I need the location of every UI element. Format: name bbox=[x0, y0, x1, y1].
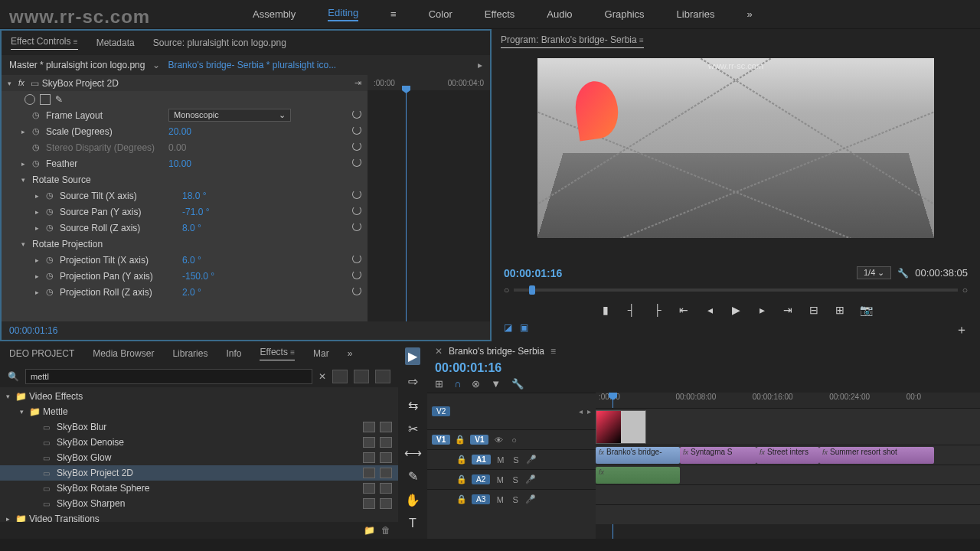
tab-info[interactable]: Info bbox=[226, 348, 241, 359]
ws-overflow-icon[interactable]: » bbox=[746, 8, 752, 20]
type-tool-icon[interactable]: T bbox=[409, 517, 416, 530]
tab-program[interactable]: Program: Branko's bridge- Serbia ≡ bbox=[501, 34, 644, 48]
mute-icon[interactable]: M bbox=[495, 455, 506, 465]
scrub-start-icon[interactable]: ○ bbox=[504, 285, 509, 295]
timeline-tracks-area[interactable]: :00:00 00:00:08:00 00:00:16:00 00:00:24:… bbox=[596, 393, 980, 539]
program-scrub-bar[interactable]: ○ ○ bbox=[492, 282, 980, 298]
lift-icon[interactable]: ⊟ bbox=[808, 304, 820, 316]
video-clip[interactable]: fxStreet inters bbox=[756, 447, 819, 464]
solo-icon[interactable]: S bbox=[510, 475, 521, 484]
rect-mask-icon[interactable] bbox=[40, 94, 51, 105]
zoom-dropdown[interactable]: 1/4 ⌄ bbox=[857, 266, 891, 279]
ws-assembly[interactable]: Assembly bbox=[253, 8, 296, 20]
twisty-icon[interactable]: ▸ bbox=[21, 128, 32, 135]
track-a1[interactable]: fx bbox=[596, 465, 980, 484]
tab-libraries[interactable]: Libraries bbox=[172, 348, 207, 359]
trash-icon[interactable]: 🗑 bbox=[381, 525, 390, 536]
selection-tool-icon[interactable]: ▶ bbox=[405, 347, 420, 365]
program-video-frame[interactable]: www.rr-sc.com bbox=[537, 58, 934, 238]
voiceover-icon[interactable]: 🎤 bbox=[526, 455, 537, 465]
seq-menu-icon[interactable]: ≡ bbox=[550, 346, 556, 357]
linked-selection-icon[interactable]: ⊗ bbox=[472, 378, 480, 390]
pen-tool-icon[interactable]: ✎ bbox=[408, 469, 418, 484]
tree-row[interactable]: ▭SkyBox Rotate Sphere bbox=[0, 481, 398, 496]
tab-project[interactable]: DEO PROJECT bbox=[9, 348, 74, 359]
tree-row[interactable]: ▾📁Video Effects bbox=[0, 389, 398, 404]
safe-margins-icon[interactable]: ▣ bbox=[520, 322, 528, 338]
effect-timeline[interactable]: :00:00 00:00:04:0 bbox=[368, 75, 490, 321]
tree-row[interactable]: ▭SkyBox Blur bbox=[0, 419, 398, 435]
tab-menu-icon[interactable]: ≡ bbox=[74, 37, 78, 46]
lock-icon[interactable]: 🔒 bbox=[456, 494, 467, 504]
wrench-icon[interactable]: 🔧 bbox=[897, 268, 909, 279]
program-viewer[interactable]: www.rr-sc.com bbox=[492, 54, 980, 263]
twisty-icon[interactable]: ▾ bbox=[21, 240, 32, 248]
twisty-icon[interactable]: ▾ bbox=[6, 393, 15, 400]
step-back-icon[interactable]: ◂ bbox=[704, 304, 716, 316]
prop-value[interactable]: 0.00 bbox=[168, 142, 186, 153]
stopwatch-icon[interactable]: ◷ bbox=[46, 191, 57, 201]
video-clip[interactable]: fxSyntagma S bbox=[680, 447, 756, 464]
effect-time-display[interactable]: 00:00:01:16 bbox=[9, 325, 57, 336]
settings-icon[interactable]: 🔧 bbox=[511, 378, 524, 390]
ws-editing[interactable]: Editing bbox=[328, 7, 358, 21]
lock-icon[interactable]: 🔒 bbox=[455, 435, 466, 445]
go-in-icon[interactable]: ⇤ bbox=[678, 304, 690, 316]
stopwatch-icon[interactable]: ◷ bbox=[32, 126, 43, 136]
voiceover-icon[interactable]: 🎤 bbox=[525, 494, 536, 504]
twisty-icon[interactable]: ▾ bbox=[21, 176, 32, 184]
track-v2[interactable] bbox=[596, 408, 980, 445]
track-header-v1[interactable]: V1 🔒 V1 👁 ○ bbox=[427, 429, 596, 449]
prop-value[interactable]: 8.0 ° bbox=[182, 223, 201, 233]
ws-audio[interactable]: Audio bbox=[547, 8, 572, 20]
snap-icon[interactable]: ∩ bbox=[454, 378, 461, 390]
tree-row[interactable]: ▸📁Video Transitions bbox=[0, 511, 398, 522]
reset-icon[interactable] bbox=[352, 206, 361, 217]
hand-tool-icon[interactable]: ✋ bbox=[405, 493, 420, 507]
stopwatch-icon[interactable]: ◷ bbox=[46, 287, 57, 297]
audio-target-tag[interactable]: A3 bbox=[472, 494, 490, 504]
track-header-a1[interactable]: 🔒A1MS🎤 bbox=[427, 449, 596, 469]
effects-search-input[interactable] bbox=[25, 369, 312, 384]
step-forward-icon[interactable]: ▸ bbox=[756, 304, 768, 316]
audio-clip[interactable]: fx bbox=[596, 467, 680, 484]
ws-libraries[interactable]: Libraries bbox=[677, 8, 715, 20]
32bit-filter-icon[interactable] bbox=[354, 370, 369, 383]
ws-color[interactable]: Color bbox=[429, 8, 452, 20]
razor-tool-icon[interactable]: ✂ bbox=[408, 422, 418, 436]
stopwatch-icon[interactable]: ◷ bbox=[32, 110, 43, 120]
stopwatch-icon[interactable]: ◷ bbox=[46, 255, 57, 265]
sequence-clip-link[interactable]: Branko's bridge- Serbia * pluralsight ic… bbox=[168, 60, 336, 70]
ripple-tool-icon[interactable]: ⇆ bbox=[408, 398, 418, 412]
program-menu-icon[interactable]: ≡ bbox=[639, 36, 644, 44]
prop-value[interactable]: -71.0 ° bbox=[182, 207, 209, 217]
mark-clip-icon[interactable]: ├ bbox=[652, 304, 664, 316]
twisty-icon[interactable]: ▸ bbox=[35, 256, 46, 264]
solo-icon[interactable]: S bbox=[510, 495, 521, 504]
mask-icon[interactable]: ▭ bbox=[31, 78, 39, 89]
scrub-playhead[interactable] bbox=[529, 285, 535, 295]
track-a2[interactable] bbox=[596, 484, 980, 504]
reset-icon[interactable] bbox=[352, 286, 361, 298]
track-header-v2[interactable]: V2 ◂ ▸ bbox=[427, 393, 596, 429]
marker-icon[interactable]: ▼ bbox=[491, 378, 501, 390]
overlay-logo[interactable] bbox=[572, 79, 622, 142]
pin-icon[interactable]: ⇥ bbox=[354, 78, 361, 88]
play-icon[interactable]: ▶ bbox=[730, 304, 742, 316]
tree-row[interactable]: ▭SkyBox Glow bbox=[0, 450, 398, 465]
reset-icon[interactable] bbox=[352, 270, 361, 282]
sync-lock-icon[interactable]: ○ bbox=[508, 435, 519, 445]
add-button-icon[interactable]: ＋ bbox=[956, 322, 968, 338]
ws-graphics[interactable]: Graphics bbox=[605, 8, 645, 20]
close-seq-icon[interactable]: ✕ bbox=[435, 346, 443, 357]
extract-icon[interactable]: ⊞ bbox=[834, 304, 846, 316]
go-out-icon[interactable]: ⇥ bbox=[782, 304, 794, 316]
slip-tool-icon[interactable]: ⟷ bbox=[404, 445, 422, 460]
twisty-icon[interactable]: ▸ bbox=[21, 160, 32, 168]
master-clip-label[interactable]: Master * pluralsight icon logo.png bbox=[9, 60, 145, 70]
reset-icon[interactable] bbox=[352, 109, 361, 121]
program-time-current[interactable]: 00:00:01:16 bbox=[504, 267, 562, 279]
prop-value[interactable]: -150.0 ° bbox=[182, 271, 214, 282]
tree-row[interactable]: ▭SkyBox Project 2D bbox=[0, 465, 398, 481]
twisty-icon[interactable]: ▸ bbox=[35, 289, 46, 296]
